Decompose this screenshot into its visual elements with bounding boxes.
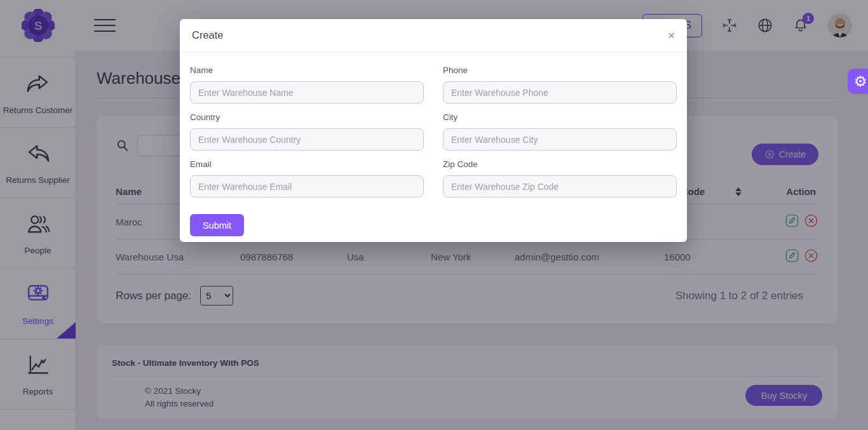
field-label: Country [190,112,424,122]
warehouse-name-input[interactable] [190,81,424,104]
submit-button[interactable]: Submit [190,214,244,236]
modal-body: Name Phone Country City Email Zip Code [180,52,687,236]
warehouse-country-input[interactable] [190,128,424,151]
field-city: City [443,112,677,151]
modal-header: Create × [180,19,687,52]
warehouse-phone-input[interactable] [443,81,677,104]
gear-icon: ⚙ [854,73,867,90]
customizer-gear-button[interactable]: ⚙ [848,69,868,94]
warehouse-zip-input[interactable] [443,175,677,198]
field-label: Phone [443,65,677,75]
warehouse-city-input[interactable] [443,128,677,151]
field-zip-code: Zip Code [443,159,677,198]
create-warehouse-modal: Create × Name Phone Country City Email [180,19,687,242]
field-label: Name [190,65,424,75]
field-label: Email [190,159,424,169]
close-icon[interactable]: × [668,29,675,41]
field-name: Name [190,65,424,104]
field-label: City [443,112,677,122]
field-country: Country [190,112,424,151]
field-email: Email [190,159,424,198]
field-phone: Phone [443,65,677,104]
field-label: Zip Code [443,159,677,169]
warehouse-email-input[interactable] [190,175,424,198]
modal-title: Create [192,29,224,41]
